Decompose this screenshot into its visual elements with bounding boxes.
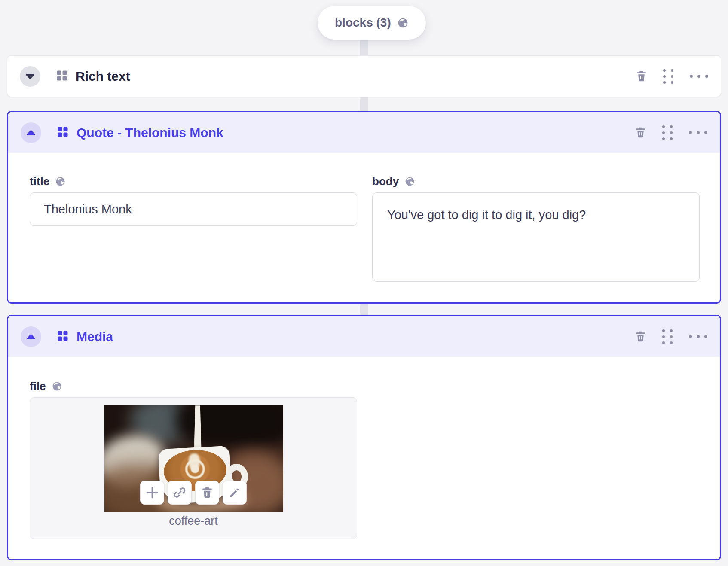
- media-toolbar: [140, 481, 247, 505]
- block-actions: [636, 69, 708, 84]
- plus-icon: [145, 485, 159, 500]
- block-editor-canvas: blocks (3) Rich text: [0, 0, 728, 566]
- expand-chevron-button[interactable]: [20, 66, 40, 87]
- field-label-text: body: [372, 175, 399, 188]
- globe-icon: [404, 176, 415, 187]
- globe-icon: [397, 17, 409, 29]
- delete-block-button[interactable]: [636, 70, 647, 82]
- block-rich-text: Rich text: [7, 55, 721, 97]
- more-options-button[interactable]: [689, 131, 707, 134]
- block-type-grid-icon: [58, 127, 68, 139]
- trash-icon: [635, 127, 646, 138]
- more-options-button[interactable]: [689, 335, 707, 338]
- ellipsis-icon: [689, 335, 707, 338]
- file-field-label: file: [30, 380, 62, 393]
- block-media: Media file: [7, 315, 721, 560]
- block-actions: [635, 125, 707, 140]
- pencil-icon: [228, 486, 241, 499]
- block-actions: [635, 329, 707, 344]
- block-title: Quote - Thelonius Monk: [76, 125, 223, 140]
- drag-handle[interactable]: [663, 69, 673, 84]
- ellipsis-icon: [690, 75, 708, 78]
- body-textarea[interactable]: You've got to dig it to dig it, you dig?: [372, 192, 700, 282]
- chevron-up-icon: [26, 334, 36, 340]
- drag-dots-icon: [662, 125, 673, 140]
- title-input[interactable]: [30, 192, 357, 226]
- block-quote: Quote - Thelonius Monk title: [7, 111, 721, 304]
- title-field-label: title: [30, 175, 66, 188]
- block-title: Rich text: [76, 69, 130, 84]
- photo-blur-blob: [176, 405, 283, 448]
- trash-icon: [635, 331, 646, 342]
- delete-block-button[interactable]: [635, 127, 646, 138]
- drag-handle[interactable]: [662, 125, 673, 140]
- block-media-header: Media: [8, 316, 720, 357]
- block-quote-header: Quote - Thelonius Monk: [8, 112, 720, 153]
- file-preview-box[interactable]: coffee-art: [30, 397, 357, 539]
- photo-latte-rosetta: [189, 453, 200, 471]
- chevron-up-icon: [26, 130, 36, 136]
- block-type-grid-icon: [57, 70, 67, 82]
- edit-media-button[interactable]: [223, 481, 247, 505]
- more-options-button[interactable]: [690, 75, 708, 78]
- media-filename: coffee-art: [30, 514, 357, 528]
- link-media-button[interactable]: [168, 481, 192, 505]
- body-field-label: body: [372, 175, 415, 188]
- globe-icon: [55, 176, 66, 187]
- drag-handle[interactable]: [662, 329, 673, 344]
- block-type-grid-icon: [58, 331, 68, 343]
- blocks-field-label: blocks (3): [335, 16, 391, 30]
- drag-dots-icon: [662, 329, 673, 344]
- delete-block-button[interactable]: [635, 331, 646, 342]
- trash-icon: [636, 70, 647, 82]
- ellipsis-icon: [689, 131, 707, 134]
- collapse-chevron-button[interactable]: [21, 326, 41, 347]
- field-label-text: file: [30, 380, 46, 393]
- block-rich-text-header: Rich text: [7, 56, 721, 97]
- link-icon: [173, 486, 186, 499]
- drag-dots-icon: [663, 69, 673, 84]
- globe-icon: [52, 381, 62, 392]
- field-label-text: title: [30, 175, 49, 188]
- add-media-button[interactable]: [140, 481, 164, 505]
- chevron-down-icon: [25, 73, 35, 79]
- blocks-field-pill[interactable]: blocks (3): [318, 6, 426, 40]
- delete-media-button[interactable]: [195, 481, 219, 505]
- trash-icon: [202, 487, 213, 499]
- collapse-chevron-button[interactable]: [21, 122, 41, 143]
- block-title: Media: [76, 329, 113, 344]
